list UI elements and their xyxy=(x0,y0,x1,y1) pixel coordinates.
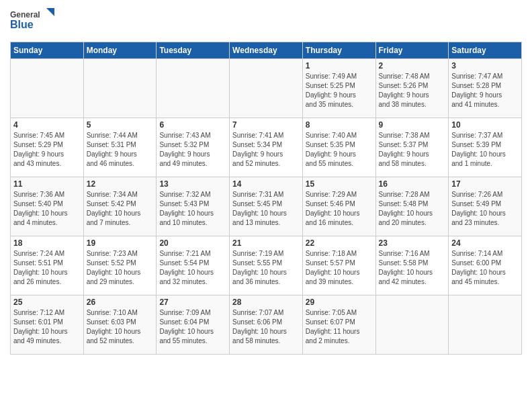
calendar-cell: 19Sunrise: 7:23 AM Sunset: 5:52 PM Dayli… xyxy=(83,236,157,295)
day-number: 11 xyxy=(13,179,81,189)
day-info: Sunrise: 7:45 AM Sunset: 5:29 PM Dayligh… xyxy=(13,131,81,169)
calendar-cell: 2Sunrise: 7:48 AM Sunset: 5:26 PM Daylig… xyxy=(375,59,449,118)
svg-text:Blue: Blue xyxy=(10,19,34,30)
week-row-3: 11Sunrise: 7:36 AM Sunset: 5:40 PM Dayli… xyxy=(11,177,522,236)
calendar-cell xyxy=(230,59,303,118)
calendar-cell: 18Sunrise: 7:24 AM Sunset: 5:51 PM Dayli… xyxy=(11,236,84,295)
day-number: 20 xyxy=(159,238,226,248)
day-number: 15 xyxy=(306,179,373,189)
day-info: Sunrise: 7:09 AM Sunset: 6:04 PM Dayligh… xyxy=(159,308,226,346)
day-number: 9 xyxy=(379,120,446,130)
page-header: General Blue xyxy=(10,7,522,36)
day-info: Sunrise: 7:16 AM Sunset: 5:58 PM Dayligh… xyxy=(379,249,446,287)
calendar-cell xyxy=(11,59,84,118)
day-number: 13 xyxy=(159,179,226,189)
day-number: 21 xyxy=(232,238,300,248)
day-info: Sunrise: 7:43 AM Sunset: 5:32 PM Dayligh… xyxy=(159,131,226,169)
col-header-sunday: Sunday xyxy=(11,42,84,59)
calendar-cell: 16Sunrise: 7:28 AM Sunset: 5:48 PM Dayli… xyxy=(375,177,449,236)
col-header-monday: Monday xyxy=(83,42,157,59)
day-info: Sunrise: 7:38 AM Sunset: 5:37 PM Dayligh… xyxy=(379,131,446,169)
day-info: Sunrise: 7:14 AM Sunset: 6:00 PM Dayligh… xyxy=(451,249,519,287)
day-number: 7 xyxy=(232,120,300,130)
week-row-1: 1Sunrise: 7:49 AM Sunset: 5:25 PM Daylig… xyxy=(11,59,522,118)
svg-text:General: General xyxy=(10,10,40,19)
day-number: 3 xyxy=(451,61,519,71)
calendar-cell: 9Sunrise: 7:38 AM Sunset: 5:37 PM Daylig… xyxy=(375,118,449,177)
day-info: Sunrise: 7:36 AM Sunset: 5:40 PM Dayligh… xyxy=(13,190,81,228)
calendar-cell: 4Sunrise: 7:45 AM Sunset: 5:29 PM Daylig… xyxy=(11,118,84,177)
week-row-5: 25Sunrise: 7:12 AM Sunset: 6:01 PM Dayli… xyxy=(11,295,522,355)
calendar-cell: 15Sunrise: 7:29 AM Sunset: 5:46 PM Dayli… xyxy=(302,177,375,236)
day-number: 18 xyxy=(13,238,81,248)
calendar-table: SundayMondayTuesdayWednesdayThursdayFrid… xyxy=(10,42,522,355)
page-container: General Blue SundayMondayTuesdayWednesda… xyxy=(0,0,532,358)
col-header-tuesday: Tuesday xyxy=(157,42,230,59)
day-info: Sunrise: 7:49 AM Sunset: 5:25 PM Dayligh… xyxy=(306,72,373,109)
calendar-cell: 7Sunrise: 7:41 AM Sunset: 5:34 PM Daylig… xyxy=(230,118,303,177)
day-info: Sunrise: 7:37 AM Sunset: 5:39 PM Dayligh… xyxy=(451,131,519,169)
day-number: 17 xyxy=(451,179,519,189)
col-header-thursday: Thursday xyxy=(302,42,375,59)
svg-marker-2 xyxy=(46,8,54,16)
day-number: 8 xyxy=(306,120,373,130)
day-number: 2 xyxy=(379,61,446,71)
day-number: 24 xyxy=(451,238,519,248)
calendar-cell xyxy=(157,59,230,118)
calendar-cell: 6Sunrise: 7:43 AM Sunset: 5:32 PM Daylig… xyxy=(157,118,230,177)
day-info: Sunrise: 7:10 AM Sunset: 6:03 PM Dayligh… xyxy=(87,308,154,346)
calendar-cell: 13Sunrise: 7:32 AM Sunset: 5:43 PM Dayli… xyxy=(157,177,230,236)
calendar-cell: 11Sunrise: 7:36 AM Sunset: 5:40 PM Dayli… xyxy=(11,177,84,236)
day-info: Sunrise: 7:40 AM Sunset: 5:35 PM Dayligh… xyxy=(306,131,373,169)
day-info: Sunrise: 7:28 AM Sunset: 5:48 PM Dayligh… xyxy=(379,190,446,228)
day-info: Sunrise: 7:12 AM Sunset: 6:01 PM Dayligh… xyxy=(13,308,81,346)
day-info: Sunrise: 7:41 AM Sunset: 5:34 PM Dayligh… xyxy=(232,131,300,169)
calendar-cell: 20Sunrise: 7:21 AM Sunset: 5:54 PM Dayli… xyxy=(157,236,230,295)
calendar-cell: 25Sunrise: 7:12 AM Sunset: 6:01 PM Dayli… xyxy=(11,295,84,355)
calendar-cell: 17Sunrise: 7:26 AM Sunset: 5:49 PM Dayli… xyxy=(449,177,522,236)
day-number: 22 xyxy=(306,238,373,248)
day-number: 6 xyxy=(159,120,226,130)
day-info: Sunrise: 7:23 AM Sunset: 5:52 PM Dayligh… xyxy=(87,249,154,287)
day-number: 5 xyxy=(87,120,154,130)
calendar-cell xyxy=(375,295,449,355)
header-row: SundayMondayTuesdayWednesdayThursdayFrid… xyxy=(11,42,522,59)
day-info: Sunrise: 7:18 AM Sunset: 5:57 PM Dayligh… xyxy=(306,249,373,287)
col-header-saturday: Saturday xyxy=(449,42,522,59)
day-number: 29 xyxy=(306,298,373,307)
calendar-cell: 14Sunrise: 7:31 AM Sunset: 5:45 PM Dayli… xyxy=(230,177,303,236)
day-info: Sunrise: 7:05 AM Sunset: 6:07 PM Dayligh… xyxy=(306,308,373,346)
day-info: Sunrise: 7:26 AM Sunset: 5:49 PM Dayligh… xyxy=(451,190,519,228)
day-info: Sunrise: 7:31 AM Sunset: 5:45 PM Dayligh… xyxy=(232,190,300,228)
day-info: Sunrise: 7:07 AM Sunset: 6:06 PM Dayligh… xyxy=(232,308,300,346)
day-number: 26 xyxy=(87,298,154,307)
day-number: 23 xyxy=(379,238,446,248)
day-info: Sunrise: 7:34 AM Sunset: 5:42 PM Dayligh… xyxy=(87,190,154,228)
col-header-wednesday: Wednesday xyxy=(230,42,303,59)
calendar-cell: 10Sunrise: 7:37 AM Sunset: 5:39 PM Dayli… xyxy=(449,118,522,177)
calendar-cell: 23Sunrise: 7:16 AM Sunset: 5:58 PM Dayli… xyxy=(375,236,449,295)
day-number: 16 xyxy=(379,179,446,189)
week-row-4: 18Sunrise: 7:24 AM Sunset: 5:51 PM Dayli… xyxy=(11,236,522,295)
day-info: Sunrise: 7:47 AM Sunset: 5:28 PM Dayligh… xyxy=(451,72,519,109)
calendar-cell: 12Sunrise: 7:34 AM Sunset: 5:42 PM Dayli… xyxy=(83,177,157,236)
day-info: Sunrise: 7:24 AM Sunset: 5:51 PM Dayligh… xyxy=(13,249,81,287)
calendar-cell: 5Sunrise: 7:44 AM Sunset: 5:31 PM Daylig… xyxy=(83,118,157,177)
day-number: 12 xyxy=(87,179,154,189)
calendar-cell: 24Sunrise: 7:14 AM Sunset: 6:00 PM Dayli… xyxy=(449,236,522,295)
day-number: 10 xyxy=(451,120,519,130)
col-header-friday: Friday xyxy=(375,42,449,59)
calendar-cell: 27Sunrise: 7:09 AM Sunset: 6:04 PM Dayli… xyxy=(157,295,230,355)
calendar-cell xyxy=(83,59,157,118)
day-info: Sunrise: 7:29 AM Sunset: 5:46 PM Dayligh… xyxy=(306,190,373,228)
week-row-2: 4Sunrise: 7:45 AM Sunset: 5:29 PM Daylig… xyxy=(11,118,522,177)
day-info: Sunrise: 7:21 AM Sunset: 5:54 PM Dayligh… xyxy=(159,249,226,287)
day-info: Sunrise: 7:19 AM Sunset: 5:55 PM Dayligh… xyxy=(232,249,300,287)
day-number: 28 xyxy=(232,298,300,307)
day-number: 25 xyxy=(13,298,81,307)
day-info: Sunrise: 7:32 AM Sunset: 5:43 PM Dayligh… xyxy=(159,190,226,228)
calendar-cell: 3Sunrise: 7:47 AM Sunset: 5:28 PM Daylig… xyxy=(449,59,522,118)
day-number: 1 xyxy=(306,61,373,71)
day-info: Sunrise: 7:44 AM Sunset: 5:31 PM Dayligh… xyxy=(87,131,154,169)
calendar-cell: 26Sunrise: 7:10 AM Sunset: 6:03 PM Dayli… xyxy=(83,295,157,355)
